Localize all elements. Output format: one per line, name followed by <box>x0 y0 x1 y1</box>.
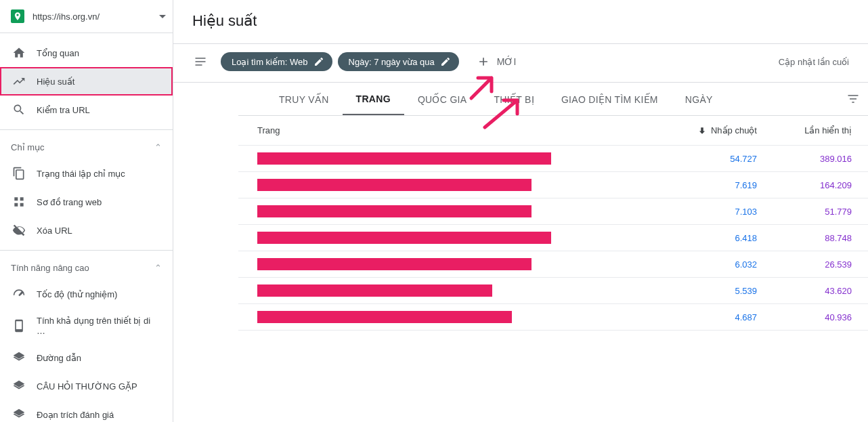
cell-impressions: 51.779 <box>757 207 852 217</box>
nav-main: Tổng quan Hiệu suất Kiểm tra URL <box>0 33 173 130</box>
nav-label: Đường dẫn <box>37 353 81 363</box>
tab-devices[interactable]: THIẾT BỊ <box>480 83 547 114</box>
nav-mobile[interactable]: Tính khả dụng trên thiết bị di … <box>0 308 173 343</box>
table-row[interactable]: 54.727389.016 <box>238 146 868 172</box>
nav-label: Xóa URL <box>37 226 72 236</box>
table-row[interactable]: 6.41888.748 <box>238 225 868 251</box>
cell-impressions: 40.936 <box>757 312 852 322</box>
edit-icon <box>313 56 324 67</box>
nav-review[interactable]: Đoạn trích đánh giá <box>0 400 173 422</box>
table-row[interactable]: 7.10351.779 <box>238 198 868 225</box>
table-row[interactable]: 6.03226.539 <box>238 251 868 278</box>
nav-label: Tính khả dụng trên thiết bị di … <box>37 316 160 336</box>
property-url: https://ihs.org.vn/ <box>32 12 159 22</box>
cell-clicks: 6.032 <box>662 259 757 270</box>
tab-dates[interactable]: NGÀY <box>672 83 726 114</box>
speed-icon <box>12 287 26 301</box>
filter-list-icon[interactable] <box>846 92 860 106</box>
layers-icon <box>12 379 26 393</box>
edit-icon <box>440 56 451 67</box>
nav-enhance-head[interactable]: Tính năng nâng cao ⌃ <box>0 256 173 280</box>
sidebar: https://ihs.org.vn/ Tổng quan Hiệu suất … <box>0 0 173 422</box>
table-head: Trang Nhấp chuột Lần hiển thị <box>238 116 868 146</box>
doc-icon <box>12 167 26 180</box>
redacted-page <box>257 232 551 244</box>
cell-clicks: 7.103 <box>662 207 757 217</box>
main: Hiệu suất Loại tìm kiếm: Web Ngày: 7 ngà… <box>173 0 868 422</box>
cell-clicks: 6.418 <box>662 233 757 243</box>
plus-icon <box>477 55 490 68</box>
nav-label: Hiệu suất <box>37 77 74 87</box>
phone-icon <box>12 319 26 333</box>
search-icon <box>12 103 26 117</box>
add-filter[interactable]: MỚI <box>477 55 517 68</box>
nav-label: Kiểm tra URL <box>37 105 90 115</box>
col-page: Trang <box>257 125 662 135</box>
nav-removals[interactable]: Xóa URL <box>0 216 173 245</box>
filter-bar: Loại tìm kiếm: Web Ngày: 7 ngày vừa qua … <box>173 44 868 83</box>
redacted-page <box>257 205 531 217</box>
nav-breadcrumbs[interactable]: Đường dẫn <box>0 343 173 372</box>
redacted-page <box>257 284 492 297</box>
visibility-off-icon <box>12 224 26 237</box>
cell-clicks: 4.687 <box>662 312 757 322</box>
redacted-page <box>257 152 551 165</box>
arrow-down-icon <box>697 126 707 135</box>
col-impressions[interactable]: Lần hiển thị <box>757 125 852 135</box>
redacted-page <box>257 311 512 323</box>
table-row[interactable]: 4.68740.936 <box>238 304 868 331</box>
cell-impressions: 164.209 <box>757 180 852 190</box>
nav-label: Tốc độ (thử nghiệm) <box>37 289 117 299</box>
cell-clicks: 5.539 <box>662 286 757 296</box>
redacted-page <box>257 258 531 270</box>
col-clicks[interactable]: Nhấp chuột <box>662 125 757 135</box>
filter-icon[interactable] <box>192 54 209 70</box>
nav-label: Trạng thái lập chỉ mục <box>37 169 125 179</box>
nav-label: CÂU HỎI THƯỜNG GẶP <box>37 381 137 392</box>
table-row[interactable]: 5.53943.620 <box>238 278 868 304</box>
nav-enhance: Tính năng nâng cao ⌃ Tốc độ (thử nghiệm)… <box>0 251 173 422</box>
header: Hiệu suất <box>173 0 868 44</box>
nav-overview[interactable]: Tổng quan <box>0 39 173 67</box>
tab-pages[interactable]: TRANG <box>343 83 404 115</box>
nav-speed[interactable]: Tốc độ (thử nghiệm) <box>0 280 173 308</box>
cell-impressions: 389.016 <box>757 154 852 164</box>
last-updated: Cập nhật lần cuối <box>779 57 849 67</box>
nav-url-inspect[interactable]: Kiểm tra URL <box>0 96 173 124</box>
cell-clicks: 54.727 <box>662 154 757 164</box>
sitemap-icon <box>12 195 26 209</box>
nav-index-head[interactable]: Chỉ mục ⌃ <box>0 135 173 159</box>
redacted-page <box>257 179 531 191</box>
nav-label: Tổng quan <box>37 48 79 58</box>
tab-queries[interactable]: TRUY VẤN <box>265 83 343 114</box>
tabs: TRUY VẤN TRANG QUỐC GIA THIẾT BỊ GIAO DI… <box>238 83 868 116</box>
caret-down-icon <box>159 15 166 18</box>
layers-icon <box>12 351 26 364</box>
property-logo-icon <box>11 9 24 23</box>
tab-search-appearance[interactable]: GIAO DIỆN TÌM KIẾM <box>548 83 672 114</box>
cell-impressions: 88.748 <box>757 233 852 243</box>
cell-impressions: 43.620 <box>757 286 852 296</box>
tab-countries[interactable]: QUỐC GIA <box>404 83 481 114</box>
chip-search-type[interactable]: Loại tìm kiếm: Web <box>221 52 332 71</box>
cell-impressions: 26.539 <box>757 259 852 270</box>
nav-sitemap[interactable]: Sơ đồ trang web <box>0 188 173 216</box>
chevron-up-icon: ⌃ <box>154 142 162 152</box>
layers-icon <box>12 408 26 421</box>
nav-faq[interactable]: CÂU HỎI THƯỜNG GẶP <box>0 372 173 400</box>
chevron-up-icon: ⌃ <box>154 263 162 273</box>
chip-date[interactable]: Ngày: 7 ngày vừa qua <box>338 52 459 71</box>
nav-label: Đoạn trích đánh giá <box>37 410 114 420</box>
nav-coverage[interactable]: Trạng thái lập chỉ mục <box>0 159 173 188</box>
home-icon <box>12 46 26 60</box>
nav-label: Sơ đồ trang web <box>37 197 102 207</box>
table-row[interactable]: 7.619164.209 <box>238 172 868 198</box>
page-title: Hiệu suất <box>192 12 849 30</box>
property-selector[interactable]: https://ihs.org.vn/ <box>0 0 173 33</box>
nav-performance[interactable]: Hiệu suất <box>0 67 173 96</box>
table-body: 54.727389.0167.619164.2097.10351.7796.41… <box>238 146 868 331</box>
nav-index: Chỉ mục ⌃ Trạng thái lập chỉ mục Sơ đồ t… <box>0 130 173 251</box>
trending-icon <box>12 75 26 88</box>
cell-clicks: 7.619 <box>662 180 757 190</box>
content: TRUY VẤN TRANG QUỐC GIA THIẾT BỊ GIAO DI… <box>173 83 868 422</box>
